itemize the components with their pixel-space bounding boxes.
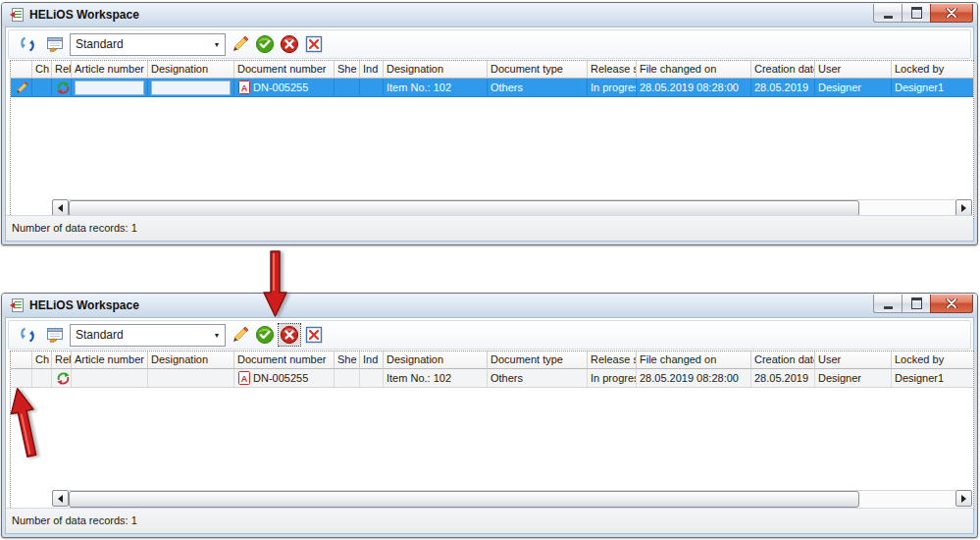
titlebar[interactable]: HELiOS Workspace xyxy=(2,3,977,27)
designation-field[interactable] xyxy=(151,81,231,95)
pencil-icon xyxy=(231,325,250,345)
client-area: Standard ▼ xyxy=(5,27,974,242)
cell-creation-date: 28.05.2019 xyxy=(751,369,815,388)
close-button[interactable] xyxy=(930,4,973,23)
edit-button[interactable] xyxy=(230,33,251,55)
result-list-button[interactable] xyxy=(44,324,66,346)
red-x-circle-icon xyxy=(280,34,299,54)
horizontal-scrollbar[interactable] xyxy=(52,490,972,507)
table-row[interactable]: A DN-005255 Item No.: 102 Others In prog… xyxy=(11,79,974,97)
close-button[interactable] xyxy=(930,295,973,313)
header-release-status[interactable]: Release st xyxy=(588,351,637,369)
release-button[interactable] xyxy=(254,324,276,346)
header-creation-date[interactable]: Creation date xyxy=(751,61,815,79)
cell-article-number[interactable] xyxy=(72,79,148,97)
red-x-circle-icon xyxy=(280,325,299,345)
cancel-release-button[interactable] xyxy=(279,33,300,55)
table-row[interactable]: A DN-005255 Item No.: 102 Others In prog… xyxy=(11,369,974,388)
scroll-right-button[interactable] xyxy=(955,199,972,216)
header-article-number[interactable]: Article number xyxy=(72,61,148,79)
row-edit-pencil-icon xyxy=(15,81,29,95)
chevron-down-icon: ▼ xyxy=(209,332,225,339)
header-index[interactable]: Ind xyxy=(360,61,384,79)
scroll-thumb[interactable] xyxy=(69,491,859,508)
remove-button[interactable] xyxy=(303,324,325,346)
scroll-right-button[interactable] xyxy=(955,490,972,507)
header-sheet[interactable]: She xyxy=(335,61,360,79)
minimize-button[interactable] xyxy=(873,4,902,23)
cell-index xyxy=(360,79,384,97)
header-creation-date[interactable]: Creation date xyxy=(751,351,815,369)
view-select[interactable]: Standard ▼ xyxy=(70,33,226,56)
status-bar: Number of data records: 1 xyxy=(6,215,973,241)
refresh-button[interactable] xyxy=(17,33,38,55)
view-select-value: Standard xyxy=(71,328,209,342)
document-number-text: DN-005255 xyxy=(253,79,308,96)
cell-release-status: In progres xyxy=(588,79,637,97)
header-rel[interactable]: Rel xyxy=(52,351,72,369)
status-bar: Number of data records: 1 xyxy=(6,508,973,533)
pdf-icon: A xyxy=(238,371,250,385)
scroll-track[interactable] xyxy=(69,199,955,216)
result-grid: Ch Rel Article number Designation Docume… xyxy=(10,351,974,510)
header-document-type[interactable]: Document type xyxy=(488,61,588,79)
header-designation[interactable]: Designation xyxy=(148,351,234,369)
header-document-number[interactable]: Document number xyxy=(234,61,335,79)
header-designation-2[interactable]: Designation xyxy=(384,351,488,369)
cell-rel xyxy=(52,369,72,388)
header-locked-by[interactable]: Locked by xyxy=(892,61,974,79)
app-icon xyxy=(9,297,25,313)
maximize-icon xyxy=(911,7,922,19)
release-button[interactable] xyxy=(254,33,276,55)
view-select[interactable]: Standard ▼ xyxy=(70,324,226,347)
scroll-left-button[interactable] xyxy=(52,199,69,216)
cancel-release-button[interactable] xyxy=(279,324,300,346)
header-rel[interactable]: Rel xyxy=(52,61,72,79)
header-locked-by[interactable]: Locked by xyxy=(892,351,974,369)
result-list-button[interactable] xyxy=(44,33,66,55)
header-index[interactable]: Ind xyxy=(360,351,384,369)
horizontal-scrollbar[interactable] xyxy=(52,199,972,216)
status-text: Number of data records: 1 xyxy=(12,222,137,234)
svg-text:A: A xyxy=(241,374,248,384)
maximize-button[interactable] xyxy=(902,295,930,313)
scroll-left-button[interactable] xyxy=(52,490,69,507)
refresh-icon xyxy=(19,326,36,344)
header-indicator[interactable] xyxy=(11,61,32,79)
header-release-status[interactable]: Release st xyxy=(588,61,637,79)
minimize-icon xyxy=(884,306,893,309)
edit-button[interactable] xyxy=(230,324,251,346)
header-sheet[interactable]: She xyxy=(335,351,360,369)
header-ch[interactable]: Ch xyxy=(32,351,52,369)
scroll-right-icon xyxy=(961,204,966,212)
header-document-type[interactable]: Document type xyxy=(488,351,588,369)
header-user[interactable]: User xyxy=(815,61,892,79)
header-indicator[interactable] xyxy=(11,351,32,369)
cell-designation xyxy=(148,369,234,388)
annotation-arrow-up xyxy=(8,385,51,463)
header-file-changed-on[interactable]: File changed on xyxy=(637,61,751,79)
client-area: Standard ▼ xyxy=(5,317,974,534)
toolbar: Standard ▼ xyxy=(8,320,971,350)
header-designation-2[interactable]: Designation xyxy=(384,61,488,79)
scroll-track[interactable] xyxy=(69,490,955,507)
header-user[interactable]: User xyxy=(815,351,892,369)
titlebar[interactable]: HELiOS Workspace xyxy=(2,294,977,317)
cell-designation[interactable] xyxy=(148,79,234,97)
refresh-button[interactable] xyxy=(17,324,38,346)
header-article-number[interactable]: Article number xyxy=(72,351,148,369)
close-icon xyxy=(946,298,957,308)
check-circle-icon xyxy=(255,34,275,54)
article-number-field[interactable] xyxy=(75,81,144,95)
delete-x-box-icon xyxy=(304,34,324,54)
header-ch[interactable]: Ch xyxy=(32,61,52,79)
cell-sheet xyxy=(335,369,360,388)
maximize-button[interactable] xyxy=(902,4,930,23)
close-icon xyxy=(946,8,957,18)
header-file-changed-on[interactable]: File changed on xyxy=(637,351,751,369)
minimize-button[interactable] xyxy=(873,295,902,313)
header-designation[interactable]: Designation xyxy=(148,61,234,79)
cell-document-type: Others xyxy=(488,79,588,97)
remove-button[interactable] xyxy=(303,33,325,55)
header-document-number[interactable]: Document number xyxy=(234,351,335,369)
